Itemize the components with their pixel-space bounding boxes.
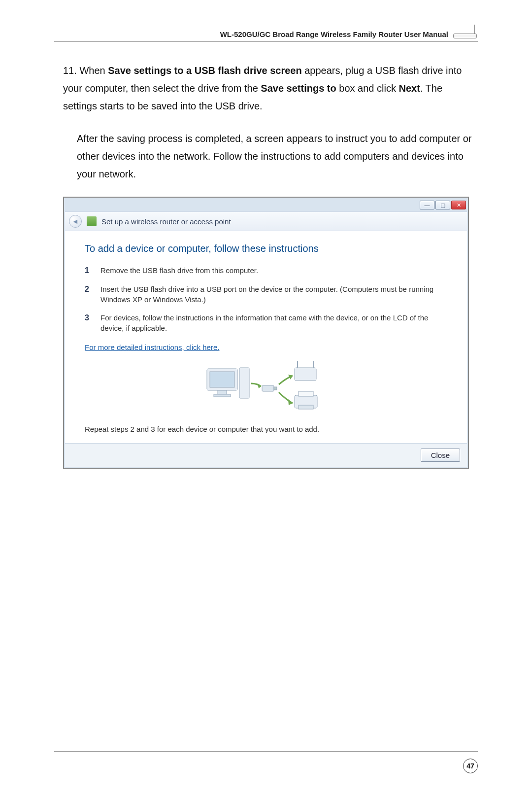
instruction-step: 1 Remove the USB flash drive from this c… [85, 265, 447, 276]
manual-header: WL-520GU/GC Broad Range Wireless Family … [54, 25, 478, 42]
step-text: Insert the USB flash drive into a USB po… [100, 284, 447, 305]
instruction-step: 3 For devices, follow the instructions i… [85, 312, 447, 333]
step-number-label: 3 [85, 312, 92, 333]
wizard-dialog: — ▢ ✕ ◄ Set up a wireless router or acce… [63, 197, 469, 469]
svg-rect-4 [239, 368, 249, 398]
page-number: 47 [463, 759, 478, 773]
back-arrow-icon: ◄ [72, 217, 79, 225]
svg-rect-3 [214, 394, 231, 397]
step-text: Remove the USB flash drive from this com… [100, 265, 258, 276]
window-titlebar: — ▢ ✕ [65, 199, 467, 211]
minimize-button[interactable]: — [420, 201, 434, 209]
step-11-text: 11. When Save settings to a USB flash dr… [54, 62, 478, 115]
followup-paragraph: After the saving process is completed, a… [54, 130, 478, 183]
svg-rect-7 [274, 387, 277, 390]
step-number: 11. [63, 65, 77, 76]
dialog-heading: To add a device or computer, follow thes… [85, 243, 447, 254]
toolbar-title: Set up a wireless router or access point [101, 217, 231, 226]
more-instructions-link[interactable]: For more detailed instructions, click he… [85, 343, 219, 351]
device-diagram [85, 352, 447, 422]
step-bold-1: Save settings to a USB flash drive scree… [108, 65, 302, 76]
page-footer: 47 [54, 751, 478, 773]
svg-rect-14 [299, 391, 313, 396]
step-bold-3: Next [399, 83, 420, 94]
dialog-content: To add a device or computer, follow thes… [65, 231, 467, 443]
step-bold-2: Save settings to [261, 83, 336, 94]
svg-rect-2 [218, 390, 227, 394]
window-close-button[interactable]: ✕ [451, 201, 466, 209]
repeat-note: Repeat steps 2 and 3 for each device or … [85, 425, 447, 433]
wizard-icon [87, 216, 97, 226]
router-icon [453, 25, 478, 38]
instruction-step: 2 Insert the USB flash drive into a USB … [85, 284, 447, 305]
dialog-footer: Close [65, 443, 467, 467]
step-prefix: When [79, 65, 108, 76]
step-number-label: 2 [85, 284, 92, 305]
close-button[interactable]: Close [421, 449, 460, 462]
maximize-button[interactable]: ▢ [435, 201, 450, 209]
step-mid-2: box and click [336, 83, 399, 94]
svg-rect-9 [295, 368, 316, 381]
manual-title: WL-520GU/GC Broad Range Wireless Family … [220, 30, 448, 38]
step-number-label: 1 [85, 265, 92, 276]
step-text: For devices, follow the instructions in … [100, 312, 447, 333]
dialog-toolbar: ◄ Set up a wireless router or access poi… [65, 211, 467, 231]
svg-rect-6 [262, 385, 274, 391]
back-button[interactable]: ◄ [69, 215, 82, 228]
svg-rect-1 [210, 372, 234, 387]
svg-rect-15 [299, 405, 313, 409]
